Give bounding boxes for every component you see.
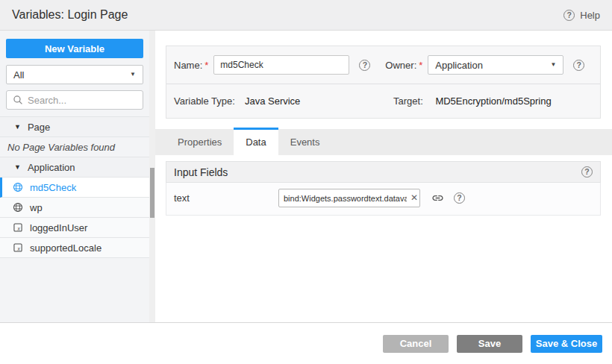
input-field-row: text ✕ ? (166, 183, 601, 216)
bind-value-wrap: ✕ (278, 189, 420, 207)
svg-text:x: x (16, 226, 20, 231)
required-marker: * (419, 60, 422, 71)
variable-type-value: Java Service (245, 95, 300, 107)
tab-properties[interactable]: Properties (166, 129, 234, 155)
collapse-arrow-icon: ▼ (14, 124, 21, 131)
variables-sidebar: New Variable All ▼ ▼ Page No Page Variab… (0, 31, 149, 322)
svg-text:x: x (16, 246, 20, 251)
tree-section-page[interactable]: ▼ Page (0, 117, 149, 137)
variable-item-wp[interactable]: wp (0, 198, 149, 218)
owner-value: Application (435, 60, 483, 71)
service-variable-icon (13, 182, 23, 192)
clear-bind-icon[interactable]: ✕ (410, 192, 418, 204)
tree-section-application[interactable]: ▼ Application (0, 157, 149, 178)
static-variable-icon: x (13, 242, 23, 253)
variable-item-supportedlocale[interactable]: x supportedLocale (0, 238, 149, 258)
search-icon (13, 95, 23, 105)
owner-help-icon[interactable]: ? (573, 60, 584, 71)
help-label: Help (580, 10, 600, 21)
tab-data[interactable]: Data (234, 128, 278, 155)
collapse-arrow-icon: ▼ (14, 164, 21, 171)
tab-events[interactable]: Events (278, 129, 332, 155)
required-marker: * (204, 60, 208, 71)
save-button[interactable]: Save (457, 335, 522, 353)
name-input[interactable] (213, 55, 349, 75)
target-value: MD5Encryption/md5Spring (435, 95, 551, 107)
variable-summary-panel: Name: * ? Owner: * Application ▼ ? Varia… (166, 46, 601, 119)
detail-tab-bar: Properties Data Events (155, 129, 612, 155)
bind-link-button[interactable] (431, 192, 444, 204)
page-title: Variables: Login Page (12, 8, 128, 22)
variable-detail-panel: Name: * ? Owner: * Application ▼ ? Varia… (155, 31, 612, 322)
help-link[interactable]: ? Help (563, 10, 600, 21)
service-variable-icon (13, 202, 23, 213)
dialog-footer: Cancel Save Save & Close (0, 322, 612, 364)
help-icon: ? (563, 10, 575, 21)
name-help-icon[interactable]: ? (359, 60, 370, 71)
field-help-icon[interactable]: ? (454, 192, 465, 204)
new-variable-button[interactable]: New Variable (6, 39, 143, 58)
static-variable-icon: x (13, 222, 23, 233)
empty-page-variables-message: No Page Variables found (0, 137, 149, 157)
vertical-scrollbar (149, 31, 155, 322)
input-fields-help-icon[interactable]: ? (581, 166, 593, 178)
variable-filter-value: All (13, 69, 24, 81)
variable-item-label: md5Check (30, 182, 76, 193)
tree-section-label: Application (28, 162, 75, 173)
variable-filter-select[interactable]: All ▼ (6, 65, 143, 84)
name-label: Name: (174, 60, 202, 71)
bind-value-input[interactable] (278, 189, 420, 207)
link-icon (431, 192, 444, 204)
chevron-down-icon: ▼ (550, 62, 556, 68)
owner-label: Owner: (385, 60, 416, 71)
field-label-text: text (174, 192, 278, 204)
input-fields-title: Input Fields (174, 166, 228, 178)
input-fields-header: Input Fields ? (166, 161, 601, 183)
scrollbar-thumb[interactable] (150, 168, 154, 218)
variable-item-label: loggedInUser (30, 222, 87, 233)
tree-section-label: Page (28, 122, 50, 133)
chevron-down-icon: ▼ (130, 72, 136, 78)
target-label: Target: (393, 95, 423, 107)
dialog-header: Variables: Login Page ? Help (0, 0, 612, 31)
search-input[interactable] (28, 95, 137, 106)
variable-item-md5check[interactable]: md5Check (0, 178, 149, 198)
variable-type-label: Variable Type: (174, 95, 235, 107)
variables-tree: ▼ Page No Page Variables found ▼ Applica… (0, 116, 149, 258)
owner-select[interactable]: Application ▼ (428, 55, 563, 75)
input-fields-section: Input Fields ? text ✕ ? (166, 161, 601, 216)
variable-item-label: wp (30, 202, 43, 213)
variable-search[interactable] (6, 90, 143, 110)
variable-item-label: supportedLocale (30, 242, 102, 254)
cancel-button[interactable]: Cancel (383, 335, 449, 353)
save-and-close-button[interactable]: Save & Close (531, 335, 602, 353)
variable-item-loggedinuser[interactable]: x loggedInUser (0, 218, 149, 238)
